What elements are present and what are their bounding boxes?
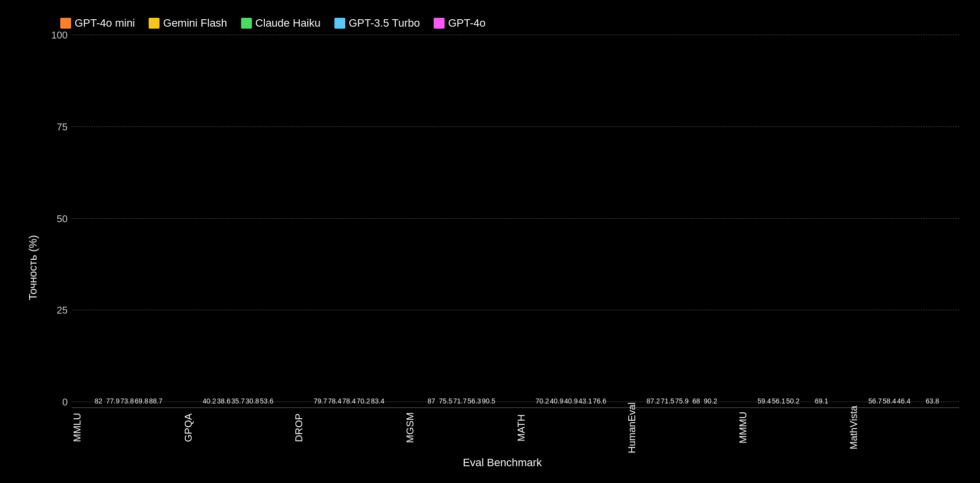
legend-color [149,18,160,29]
legend-item: GPT-4o [434,17,486,30]
bar-value-label: 77.9 [106,397,120,405]
legend-item: GPT-4o mini [60,17,135,30]
bar-value-label: 90.2 [704,397,717,405]
legend-color [434,18,445,29]
legend-color [60,18,71,29]
chart-container: GPT-4o mini Gemini Flash Claude Haiku GP… [21,12,959,471]
bar-value-label: 63.8 [926,397,939,405]
x-axis: MMLUGPQADROPMGSMMATHHumanEvalMMMUMathVis… [45,408,959,452]
legend-item: Gemini Flash [149,17,227,30]
x-axis-label: MMMU [737,408,849,452]
bar-value-label: 56.7 [868,397,882,405]
bar-value-label: 46.4 [897,397,910,405]
bar-value-label: 69.8 [135,397,148,405]
bar-value-label: 76.6 [593,397,606,405]
bars-area: 8277.973.869.888.740.238.635.730.853.679… [72,35,959,408]
bar-value-label: 70.2 [535,397,549,405]
bar-value-label: 30.8 [245,397,259,405]
grid-tick-label: 75 [45,121,68,133]
bar-value-label: 43.1 [578,397,592,405]
chart-area: Точность (%) 100 75 50 25 0 8277.973.869… [21,35,959,471]
x-axis-label: MMLU [72,408,183,452]
bar-value-label: 79.7 [314,397,327,405]
bar-value-label: 40.9 [550,397,563,405]
legend-label: GPT-4o mini [75,17,135,30]
legend-label: Claude Haiku [255,17,321,30]
bar-value-label: 38.6 [217,397,230,405]
bar-value-label: 83.4 [371,397,384,405]
bar-value-label: 58.4 [883,397,896,405]
bar-value-label: 70.2 [357,397,370,405]
grid-tick-label: 25 [45,305,68,316]
chart-inner: 100 75 50 25 0 8277.973.869.888.740.238.… [45,35,959,471]
grid-tick-label: 0 [45,397,68,408]
bar-value-label: 35.7 [231,397,245,405]
bar-value-label: 53.6 [260,397,273,405]
bar-value-label: 90.5 [482,397,495,405]
x-axis-label: MATH [516,408,627,452]
legend-label: GPT-3.5 Turbo [349,17,420,30]
bar-value-label: 56.1 [772,397,785,405]
bar-value-label: 71.7 [453,397,467,405]
x-axis-label: MGSM [405,408,516,452]
bar-value-label: 82 [95,397,103,405]
bar-value-label: 87 [427,397,435,405]
bar-value-label: 73.8 [121,397,134,405]
bar-value-label: 69.1 [815,397,828,405]
bar-value-label: 75.9 [675,397,689,405]
y-axis-label: Точность (%) [21,35,45,471]
bar-value-label: 40.9 [564,397,577,405]
bar-value-label: 88.7 [149,397,163,405]
grid-and-bars: 100 75 50 25 0 8277.973.869.888.740.238.… [45,35,959,408]
bar-value-label: 59.4 [757,397,771,405]
bar-value-label: 75.5 [439,397,452,405]
legend-label: GPT-4o [448,17,486,30]
x-axis-label: MathVista [848,408,959,452]
bar-value-label: 71.5 [661,397,674,405]
legend-item: GPT-3.5 Turbo [334,17,420,30]
x-axis-label: GPQA [183,408,294,452]
x-axis-label: HumanEval [626,408,737,452]
legend-color [334,18,345,29]
bar-value-label: 50.2 [786,397,799,405]
bar-value-label: 68 [693,397,700,405]
bar-value-label: 78.4 [342,397,356,405]
x-axis-title: Eval Benchmark [45,452,959,471]
legend-color [241,18,252,29]
bar-value-label: 87.2 [647,397,660,405]
bar-value-label: 78.4 [328,397,341,405]
legend: GPT-4o mini Gemini Flash Claude Haiku GP… [21,12,959,35]
legend-label: Gemini Flash [163,17,227,30]
bar-value-label: 40.2 [203,397,216,405]
bar-value-label: 56.3 [468,397,481,405]
grid-tick-label: 50 [45,213,68,225]
legend-item: Claude Haiku [241,17,321,30]
x-axis-label: DROP [293,408,405,452]
